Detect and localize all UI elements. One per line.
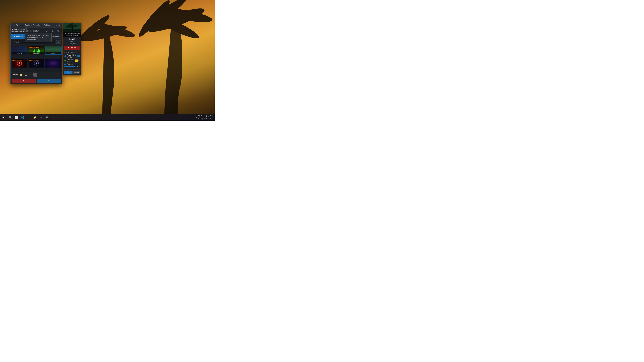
playback-rate-label: Playback rate <box>67 63 80 65</box>
svg-rect-9 <box>63 29 81 32</box>
start-button[interactable]: ⊞ <box>0 114 7 121</box>
cue-badge-audiophile: CUE ENABLED <box>29 46 40 48</box>
popup-wallpaper-name: Beach <box>63 37 81 40</box>
clock-date: 5/24/2022 <box>204 117 212 120</box>
taskbar-explorer-icon[interactable]: 📁 <box>32 115 38 120</box>
led-icon <box>64 55 66 57</box>
popup-remove-button[interactable]: ✕ Remove <box>64 46 80 50</box>
wallpaper-grid: Arsenal Audiophile CUE ENABLED <box>10 45 62 72</box>
playlist-list-icon[interactable]: ☰ <box>24 73 28 77</box>
clock-time: 4:14 PM <box>204 115 212 117</box>
wallpaper-item-beach[interactable]: Beach <box>45 45 62 55</box>
settings-icon-btn[interactable]: ⚙ <box>56 29 60 33</box>
monitor-icon-1[interactable]: 🖥 <box>44 29 49 33</box>
led-effects-checkbox[interactable]: ✓ <box>78 55 80 57</box>
wallpaper-engine-window: » Wallpaper Engine 2.0.98 - Steam Editio… <box>10 23 62 84</box>
bottom-buttons: ✕ ⬆ <box>10 78 62 84</box>
wallpaper-item-audiophile[interactable]: Audiophile CUE ENABLED <box>28 45 44 55</box>
scheme-color-label: Scheme color <box>67 59 74 62</box>
popup-action-buttons: OK Cancel <box>63 69 81 75</box>
color-swatch[interactable] <box>75 59 78 62</box>
wallpaper-item-arsenal[interactable]: Arsenal <box>11 45 28 55</box>
choose-display-tooltip: Choose display <box>10 27 27 31</box>
taskbar-search-icon[interactable]: 🔍 <box>8 115 14 120</box>
weather-desc: Sunny <box>198 117 203 120</box>
minimize-button[interactable]: ─ <box>51 23 54 27</box>
playback-rate-row: Playback rate 100 <box>64 63 80 67</box>
wallpaper-label-audiophile: Audiophile <box>28 52 44 54</box>
scheme-color-row: Scheme color ▼ <box>64 59 80 62</box>
properties-title: Properties <box>64 51 80 53</box>
color-dropdown-arrow[interactable]: ▼ <box>78 60 80 62</box>
expand-button[interactable]: » <box>12 23 15 27</box>
popup-panel: Click here to search the Workshop in det… <box>63 23 81 75</box>
taskbar-steam-icon[interactable]: 🎮 <box>44 115 50 120</box>
popup-preview-svg <box>63 23 81 32</box>
wallpaper-item-cue2[interactable]: CUE ENABLED <box>28 59 44 68</box>
monitor-icons: 🖥 🖥 ⚙ <box>44 29 60 33</box>
led-effects-row: Enable LED effects ✓ <box>64 54 80 58</box>
monitor-icon-2[interactable]: 🖥 <box>50 29 55 33</box>
weather-widget: ☀ 73°F Sunny <box>196 115 203 120</box>
playback-icon <box>64 63 66 65</box>
popup-search-link[interactable]: Click here to search the Workshop in det… <box>63 32 81 37</box>
discover-tooltip: Click here to discover new wallpapers fr… <box>25 33 52 42</box>
taskbar-chrome-icon[interactable]: ⊙ <box>26 115 32 120</box>
popup-wallpaper-preview <box>63 23 81 32</box>
window-title: Wallpaper Engine 2.0.98 - Steam Edition <box>15 24 51 26</box>
playback-rate-value: 100 <box>76 66 80 67</box>
weather-temp: 73°F <box>198 115 203 117</box>
playlist-folder-icon[interactable]: 📁 <box>19 73 23 77</box>
playlist-row: Playlist 📁 ☰ ⇌ + <box>10 72 62 78</box>
playlist-shuffle-icon[interactable]: ⇌ <box>29 73 32 77</box>
audiophile-bars <box>33 48 40 53</box>
taskbar-spotify-icon[interactable]: ♪ <box>50 115 56 120</box>
cue-badge-2: CUE ENABLED <box>29 59 40 61</box>
popup-wallpaper-type: Scene <box>63 40 81 43</box>
taskbar-mail-icon[interactable]: ✉ <box>38 115 44 120</box>
upload-button[interactable]: ⬆ <box>37 79 61 83</box>
wallpaper-item-cue1[interactable]: CUE ENABLED <box>11 59 28 68</box>
color-swatch-container: ▼ <box>75 59 80 62</box>
taskbar-icons: 🔍 ⬜ 🌐 ⊙ 📁 ✉ 🎮 ♪ <box>7 115 194 120</box>
sort-button[interactable]: ▼ <box>56 40 61 44</box>
taskbar-right: ☀ 73°F Sunny 4:14 PM 5/24/2022 <box>194 115 214 120</box>
wallpaper-item-galaxy[interactable] <box>45 59 62 68</box>
playlist-label: Playlist <box>12 73 18 76</box>
cue-badge-1: CUE ENABLED <box>12 59 23 61</box>
close-button[interactable]: ✕ <box>58 23 61 27</box>
popup-wallpaper-rating: Everyone <box>63 43 81 45</box>
playback-slider[interactable] <box>64 66 75 67</box>
scheme-color-icon <box>64 60 66 61</box>
playback-slider-container: 100 <box>64 66 80 67</box>
properties-section: Properties Enable LED effects ✓ Scheme c… <box>63 50 81 69</box>
choose-display-button[interactable]: Choose display <box>26 30 38 32</box>
clock: 4:14 PM 5/24/2022 <box>204 115 212 120</box>
cancel-button[interactable]: ✕ <box>12 79 36 83</box>
led-effects-label: Enable LED effects <box>67 54 77 58</box>
taskbar-edge-icon[interactable]: 🌐 <box>20 115 26 120</box>
taskbar: ⊞ 🔍 ⬜ 🌐 ⊙ 📁 ✉ 🎮 ♪ ☀ 73°F Sunny 4:14 PM 5… <box>0 114 214 121</box>
discover-tooltip-text: Click here to discover new wallpapers fr… <box>27 34 48 40</box>
popup-cancel-button[interactable]: Cancel <box>72 70 80 74</box>
titlebar: » Wallpaper Engine 2.0.98 - Steam Editio… <box>10 23 62 27</box>
popup-ok-button[interactable]: OK <box>64 70 72 74</box>
playlist-add-icon[interactable]: + <box>33 73 37 77</box>
svg-rect-12 <box>72 26 73 32</box>
wallpaper-label-beach: Beach <box>46 52 61 54</box>
choose-display-text: Choose display <box>12 28 25 30</box>
wallpaper-label-arsenal: Arsenal <box>12 52 27 54</box>
taskbar-taskview-icon[interactable]: ⬜ <box>14 115 20 120</box>
maximize-button[interactable]: □ <box>54 23 58 27</box>
